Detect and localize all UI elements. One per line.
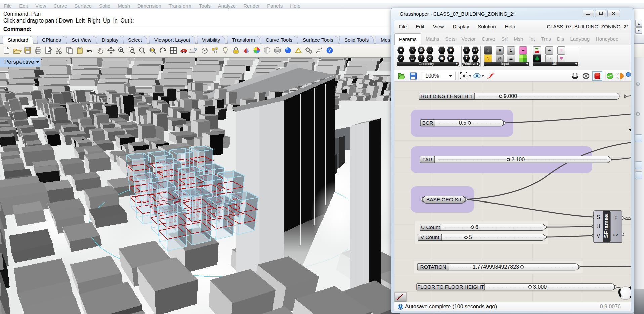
svg-text:S: S [597,214,600,220]
svg-text:5: 5 [469,234,472,240]
svg-text:!: ! [400,305,401,309]
svg-text:0.5: 0.5 [459,120,466,126]
svg-text:FAR: FAR [422,156,432,162]
svg-text:100%: 100% [425,73,439,79]
svg-text:ROTATION: ROTATION [420,264,446,270]
svg-text:6: 6 [475,224,478,230]
svg-text:?: ? [328,48,331,53]
svg-text:3.000: 3.000 [533,284,547,290]
svg-text:U: U [596,224,600,229]
svg-text:uv: uv [613,232,618,237]
svg-text:FLOOR TO FLOOR HEIGHT: FLOOR TO FLOOR HEIGHT [417,284,484,290]
svg-text:BUILDING LENGTH 1: BUILDING LENGTH 1 [421,93,472,99]
svg-text:V Count: V Count [420,234,439,240]
svg-text:U Count: U Count [421,224,440,230]
svg-text:F: F [614,215,618,221]
svg-text:BCR: BCR [422,120,433,126]
svg-text:SFrames: SFrames [603,214,609,238]
svg-text:V: V [597,233,600,239]
svg-text:2.100: 2.100 [511,156,525,162]
svg-text:1.77499984927823: 1.77499984927823 [473,264,519,270]
svg-text:9.000: 9.000 [504,93,517,99]
svg-text:BASE GEO Srf: BASE GEO Srf [426,197,462,203]
